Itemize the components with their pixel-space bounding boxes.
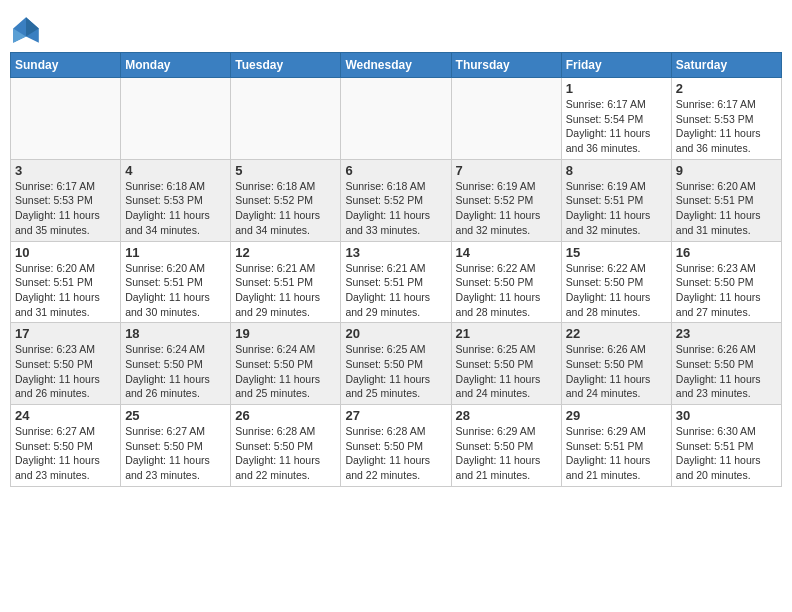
calendar-cell: 5Sunrise: 6:18 AM Sunset: 5:52 PM Daylig…	[231, 159, 341, 241]
day-info: Sunrise: 6:25 AM Sunset: 5:50 PM Dayligh…	[456, 342, 557, 401]
day-number: 11	[125, 245, 226, 260]
calendar-cell: 18Sunrise: 6:24 AM Sunset: 5:50 PM Dayli…	[121, 323, 231, 405]
day-info: Sunrise: 6:30 AM Sunset: 5:51 PM Dayligh…	[676, 424, 777, 483]
day-number: 15	[566, 245, 667, 260]
day-number: 28	[456, 408, 557, 423]
day-info: Sunrise: 6:29 AM Sunset: 5:50 PM Dayligh…	[456, 424, 557, 483]
calendar-week-1: 1Sunrise: 6:17 AM Sunset: 5:54 PM Daylig…	[11, 78, 782, 160]
calendar-header: SundayMondayTuesdayWednesdayThursdayFrid…	[11, 53, 782, 78]
calendar-cell: 14Sunrise: 6:22 AM Sunset: 5:50 PM Dayli…	[451, 241, 561, 323]
day-info: Sunrise: 6:23 AM Sunset: 5:50 PM Dayligh…	[15, 342, 116, 401]
calendar-body: 1Sunrise: 6:17 AM Sunset: 5:54 PM Daylig…	[11, 78, 782, 487]
calendar-cell: 6Sunrise: 6:18 AM Sunset: 5:52 PM Daylig…	[341, 159, 451, 241]
day-info: Sunrise: 6:23 AM Sunset: 5:50 PM Dayligh…	[676, 261, 777, 320]
day-info: Sunrise: 6:24 AM Sunset: 5:50 PM Dayligh…	[125, 342, 226, 401]
calendar-cell: 16Sunrise: 6:23 AM Sunset: 5:50 PM Dayli…	[671, 241, 781, 323]
weekday-header-wednesday: Wednesday	[341, 53, 451, 78]
calendar-cell: 17Sunrise: 6:23 AM Sunset: 5:50 PM Dayli…	[11, 323, 121, 405]
day-number: 20	[345, 326, 446, 341]
calendar-cell: 10Sunrise: 6:20 AM Sunset: 5:51 PM Dayli…	[11, 241, 121, 323]
weekday-header-tuesday: Tuesday	[231, 53, 341, 78]
day-number: 27	[345, 408, 446, 423]
calendar-cell: 28Sunrise: 6:29 AM Sunset: 5:50 PM Dayli…	[451, 405, 561, 487]
day-number: 13	[345, 245, 446, 260]
day-info: Sunrise: 6:26 AM Sunset: 5:50 PM Dayligh…	[676, 342, 777, 401]
calendar-cell: 11Sunrise: 6:20 AM Sunset: 5:51 PM Dayli…	[121, 241, 231, 323]
calendar-cell: 26Sunrise: 6:28 AM Sunset: 5:50 PM Dayli…	[231, 405, 341, 487]
day-info: Sunrise: 6:18 AM Sunset: 5:52 PM Dayligh…	[235, 179, 336, 238]
day-info: Sunrise: 6:28 AM Sunset: 5:50 PM Dayligh…	[345, 424, 446, 483]
calendar-cell: 3Sunrise: 6:17 AM Sunset: 5:53 PM Daylig…	[11, 159, 121, 241]
calendar-cell	[231, 78, 341, 160]
day-info: Sunrise: 6:17 AM Sunset: 5:54 PM Dayligh…	[566, 97, 667, 156]
day-number: 16	[676, 245, 777, 260]
day-info: Sunrise: 6:27 AM Sunset: 5:50 PM Dayligh…	[15, 424, 116, 483]
day-info: Sunrise: 6:19 AM Sunset: 5:52 PM Dayligh…	[456, 179, 557, 238]
day-info: Sunrise: 6:20 AM Sunset: 5:51 PM Dayligh…	[15, 261, 116, 320]
calendar-cell: 15Sunrise: 6:22 AM Sunset: 5:50 PM Dayli…	[561, 241, 671, 323]
calendar-cell: 30Sunrise: 6:30 AM Sunset: 5:51 PM Dayli…	[671, 405, 781, 487]
day-number: 7	[456, 163, 557, 178]
day-number: 3	[15, 163, 116, 178]
calendar-cell: 9Sunrise: 6:20 AM Sunset: 5:51 PM Daylig…	[671, 159, 781, 241]
day-info: Sunrise: 6:21 AM Sunset: 5:51 PM Dayligh…	[345, 261, 446, 320]
calendar-week-4: 17Sunrise: 6:23 AM Sunset: 5:50 PM Dayli…	[11, 323, 782, 405]
calendar-cell: 22Sunrise: 6:26 AM Sunset: 5:50 PM Dayli…	[561, 323, 671, 405]
day-info: Sunrise: 6:29 AM Sunset: 5:51 PM Dayligh…	[566, 424, 667, 483]
day-info: Sunrise: 6:22 AM Sunset: 5:50 PM Dayligh…	[456, 261, 557, 320]
day-info: Sunrise: 6:20 AM Sunset: 5:51 PM Dayligh…	[125, 261, 226, 320]
day-info: Sunrise: 6:20 AM Sunset: 5:51 PM Dayligh…	[676, 179, 777, 238]
day-number: 17	[15, 326, 116, 341]
day-number: 2	[676, 81, 777, 96]
day-number: 5	[235, 163, 336, 178]
logo	[10, 14, 44, 46]
day-number: 22	[566, 326, 667, 341]
day-info: Sunrise: 6:17 AM Sunset: 5:53 PM Dayligh…	[676, 97, 777, 156]
calendar-cell: 21Sunrise: 6:25 AM Sunset: 5:50 PM Dayli…	[451, 323, 561, 405]
calendar-week-2: 3Sunrise: 6:17 AM Sunset: 5:53 PM Daylig…	[11, 159, 782, 241]
calendar-cell: 19Sunrise: 6:24 AM Sunset: 5:50 PM Dayli…	[231, 323, 341, 405]
day-number: 10	[15, 245, 116, 260]
calendar-cell: 4Sunrise: 6:18 AM Sunset: 5:53 PM Daylig…	[121, 159, 231, 241]
day-info: Sunrise: 6:24 AM Sunset: 5:50 PM Dayligh…	[235, 342, 336, 401]
day-info: Sunrise: 6:26 AM Sunset: 5:50 PM Dayligh…	[566, 342, 667, 401]
calendar-cell	[121, 78, 231, 160]
calendar-table: SundayMondayTuesdayWednesdayThursdayFrid…	[10, 52, 782, 487]
calendar-cell: 13Sunrise: 6:21 AM Sunset: 5:51 PM Dayli…	[341, 241, 451, 323]
calendar-cell	[451, 78, 561, 160]
day-number: 30	[676, 408, 777, 423]
day-info: Sunrise: 6:25 AM Sunset: 5:50 PM Dayligh…	[345, 342, 446, 401]
weekday-header-row: SundayMondayTuesdayWednesdayThursdayFrid…	[11, 53, 782, 78]
weekday-header-saturday: Saturday	[671, 53, 781, 78]
day-number: 8	[566, 163, 667, 178]
day-number: 23	[676, 326, 777, 341]
weekday-header-monday: Monday	[121, 53, 231, 78]
day-number: 18	[125, 326, 226, 341]
day-info: Sunrise: 6:21 AM Sunset: 5:51 PM Dayligh…	[235, 261, 336, 320]
calendar-cell: 23Sunrise: 6:26 AM Sunset: 5:50 PM Dayli…	[671, 323, 781, 405]
calendar-cell: 12Sunrise: 6:21 AM Sunset: 5:51 PM Dayli…	[231, 241, 341, 323]
day-info: Sunrise: 6:28 AM Sunset: 5:50 PM Dayligh…	[235, 424, 336, 483]
calendar-cell: 8Sunrise: 6:19 AM Sunset: 5:51 PM Daylig…	[561, 159, 671, 241]
calendar-cell: 27Sunrise: 6:28 AM Sunset: 5:50 PM Dayli…	[341, 405, 451, 487]
day-number: 4	[125, 163, 226, 178]
weekday-header-sunday: Sunday	[11, 53, 121, 78]
day-number: 1	[566, 81, 667, 96]
calendar-cell: 1Sunrise: 6:17 AM Sunset: 5:54 PM Daylig…	[561, 78, 671, 160]
day-number: 25	[125, 408, 226, 423]
day-number: 14	[456, 245, 557, 260]
day-number: 29	[566, 408, 667, 423]
day-info: Sunrise: 6:22 AM Sunset: 5:50 PM Dayligh…	[566, 261, 667, 320]
day-number: 21	[456, 326, 557, 341]
calendar-week-3: 10Sunrise: 6:20 AM Sunset: 5:51 PM Dayli…	[11, 241, 782, 323]
weekday-header-thursday: Thursday	[451, 53, 561, 78]
page-container: SundayMondayTuesdayWednesdayThursdayFrid…	[0, 0, 792, 497]
day-number: 26	[235, 408, 336, 423]
day-info: Sunrise: 6:19 AM Sunset: 5:51 PM Dayligh…	[566, 179, 667, 238]
calendar-cell: 2Sunrise: 6:17 AM Sunset: 5:53 PM Daylig…	[671, 78, 781, 160]
day-number: 24	[15, 408, 116, 423]
calendar-cell: 24Sunrise: 6:27 AM Sunset: 5:50 PM Dayli…	[11, 405, 121, 487]
day-number: 9	[676, 163, 777, 178]
weekday-header-friday: Friday	[561, 53, 671, 78]
calendar-cell: 29Sunrise: 6:29 AM Sunset: 5:51 PM Dayli…	[561, 405, 671, 487]
